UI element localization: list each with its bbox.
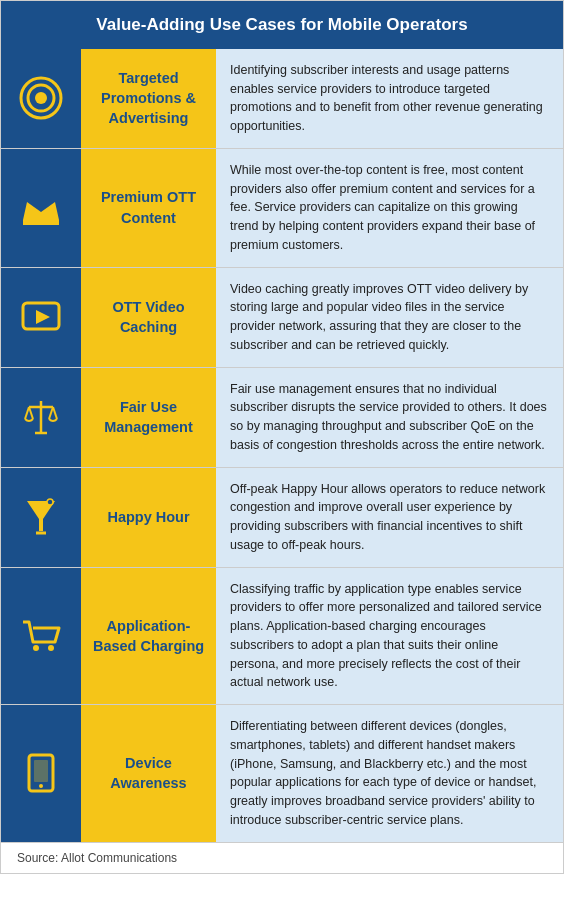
desc-happy-hour: Off-peak Happy Hour allows operators to … xyxy=(216,468,563,567)
main-container: Value-Adding Use Cases for Mobile Operat… xyxy=(0,0,564,874)
row-device-awareness: Device Awareness Differentiating between… xyxy=(1,705,563,842)
cart-icon xyxy=(19,614,63,658)
desc-premium: While most over-the-top content is free,… xyxy=(216,149,563,267)
icon-cell-device xyxy=(1,705,81,842)
icon-cell-fair-use xyxy=(1,368,81,467)
label-device: Device Awareness xyxy=(81,705,216,842)
svg-line-9 xyxy=(25,407,29,419)
desc-device: Differentiating between different device… xyxy=(216,705,563,842)
label-targeted: Targeted Promotions & Advertising xyxy=(81,49,216,148)
icon-cell-ott-video xyxy=(1,268,81,367)
cocktail-icon xyxy=(19,495,63,539)
icon-cell-happy-hour xyxy=(1,468,81,567)
svg-point-19 xyxy=(48,645,54,651)
scales-icon xyxy=(19,395,63,439)
desc-app-charging: Classifying traffic by application type … xyxy=(216,568,563,705)
label-ott-video: OTT Video Caching xyxy=(81,268,216,367)
svg-line-12 xyxy=(53,407,57,419)
label-app-charging: Application-Based Charging xyxy=(81,568,216,705)
page-title: Value-Adding Use Cases for Mobile Operat… xyxy=(1,1,563,49)
row-happy-hour: Happy Hour Off-peak Happy Hour allows op… xyxy=(1,468,563,568)
row-premium-ott: Premium OTT Content While most over-the-… xyxy=(1,149,563,268)
source-text: Source: Allot Communications xyxy=(1,842,563,873)
icon-cell-premium xyxy=(1,149,81,267)
desc-targeted: Identifying subscriber interests and usa… xyxy=(216,49,563,148)
play-icon xyxy=(19,295,63,339)
icon-cell-app-charging xyxy=(1,568,81,705)
svg-point-22 xyxy=(39,784,43,788)
svg-line-10 xyxy=(29,407,33,419)
label-fair-use: Fair Use Management xyxy=(81,368,216,467)
crown-icon xyxy=(19,186,63,230)
use-cases-table: Targeted Promotions & Advertising Identi… xyxy=(1,49,563,842)
target-icon xyxy=(19,76,63,120)
svg-marker-3 xyxy=(23,202,59,220)
row-app-charging: Application-Based Charging Classifying t… xyxy=(1,568,563,706)
svg-line-11 xyxy=(49,407,53,419)
svg-rect-4 xyxy=(23,220,59,225)
label-happy-hour: Happy Hour xyxy=(81,468,216,567)
icon-cell-targeted xyxy=(1,49,81,148)
svg-marker-6 xyxy=(36,310,50,324)
row-ott-video: OTT Video Caching Video caching greatly … xyxy=(1,268,563,368)
device-icon xyxy=(19,751,63,795)
svg-point-2 xyxy=(35,92,47,104)
label-premium: Premium OTT Content xyxy=(81,149,216,267)
desc-ott-video: Video caching greatly improves OTT video… xyxy=(216,268,563,367)
svg-rect-21 xyxy=(34,760,48,782)
svg-point-17 xyxy=(47,499,53,505)
row-fair-use: Fair Use Management Fair use management … xyxy=(1,368,563,468)
row-targeted-promotions: Targeted Promotions & Advertising Identi… xyxy=(1,49,563,149)
desc-fair-use: Fair use management ensures that no indi… xyxy=(216,368,563,467)
svg-point-18 xyxy=(33,645,39,651)
